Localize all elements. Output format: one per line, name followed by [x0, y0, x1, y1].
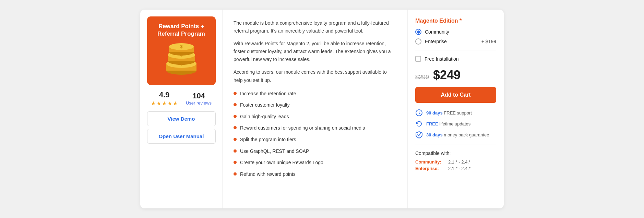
divider-1	[415, 50, 496, 50]
feature-list: Increase the retention rateFoster custom…	[234, 90, 396, 178]
star-3: ★	[162, 100, 167, 107]
compat-value: 2.1.* - 2.4.*	[448, 159, 470, 165]
bullet	[234, 172, 237, 175]
radio-enterprise-label: Enterprise	[425, 39, 478, 44]
rating-block: 4.9 ★ ★ ★ ★ ★	[151, 90, 178, 107]
radio-community-label: Community	[425, 29, 496, 35]
feature-item: Use GraphQL, REST and SOAP	[234, 148, 396, 155]
rating-value: 4.9	[151, 90, 178, 99]
perk-updates: FREE lifetime updates	[415, 120, 496, 128]
radio-community-circle	[415, 29, 421, 35]
feature-item: Gain high-quality leads	[234, 113, 396, 120]
clock-icon	[415, 109, 423, 117]
star-2: ★	[156, 100, 161, 107]
free-installation-label: Free Installation	[425, 56, 459, 62]
feature-item: Split the program into tiers	[234, 136, 396, 143]
svg-text:$: $	[180, 52, 182, 57]
radio-enterprise-circle	[415, 38, 421, 45]
compat-label: Community:	[415, 159, 446, 165]
bullet	[234, 138, 237, 141]
bullet	[234, 103, 237, 106]
reviews-label[interactable]: User reviews	[186, 100, 212, 106]
coin-illustration: $ $ $	[161, 40, 202, 76]
description-para-3: According to users, our module comes wit…	[234, 68, 396, 84]
radio-community[interactable]: Community	[415, 29, 496, 35]
svg-text:$: $	[180, 61, 182, 66]
right-panel: Magento Edition * Community Enterprise +…	[408, 10, 504, 208]
svg-text:$: $	[180, 44, 182, 49]
bullet	[234, 115, 237, 118]
product-image-box: Reward Points + Referral Program	[147, 16, 216, 85]
perk-updates-label: FREE	[426, 121, 438, 126]
refresh-icon	[415, 120, 423, 128]
new-price: $249	[433, 68, 461, 82]
perk-guarantee-days: 30 days	[426, 132, 443, 137]
radio-enterprise[interactable]: Enterprise + $199	[415, 38, 496, 45]
price-row: $299 $249	[415, 68, 496, 82]
compat-label: Enterprise:	[415, 166, 446, 171]
stars: ★ ★ ★ ★ ★	[151, 100, 178, 107]
product-title: Reward Points + Referral Program	[152, 23, 211, 38]
rating-section: 4.9 ★ ★ ★ ★ ★ 104 User reviews	[147, 90, 215, 107]
feature-item: Reward customers for spending or sharing…	[234, 125, 396, 132]
free-installation-checkbox[interactable]	[415, 56, 421, 62]
compat-rows: Community:2.1.* - 2.4.*Enterprise:2.1.* …	[415, 159, 496, 171]
reviews-block: 104 User reviews	[186, 92, 212, 106]
bullet	[234, 92, 237, 95]
old-price: $299	[415, 74, 429, 81]
reviews-number: 104	[186, 92, 212, 100]
compat-value: 2.1.* - 2.4.*	[448, 166, 470, 171]
perk-guarantee: 30 days money back guarantee	[415, 131, 496, 138]
feature-item: Create your own unique Rewards Logo	[234, 159, 396, 166]
view-demo-button[interactable]: View Demo	[147, 111, 216, 126]
radio-enterprise-price: + $199	[481, 39, 496, 44]
middle-panel: The module is both a comprehensive loyal…	[223, 10, 408, 208]
bullet	[234, 161, 237, 164]
star-4: ★	[167, 100, 172, 107]
compatible-title: Compatible with:	[415, 150, 496, 156]
compatible-section: Compatible with: Community:2.1.* - 2.4.*…	[415, 145, 496, 171]
description-para-1: The module is both a comprehensive loyal…	[234, 19, 396, 35]
bullet	[234, 149, 237, 153]
perk-support-days: 90 days	[426, 110, 443, 116]
feature-item: Foster customer loyalty	[234, 102, 396, 109]
open-user-manual-button[interactable]: Open User Manual	[147, 129, 216, 144]
free-installation-row[interactable]: Free Installation	[415, 56, 496, 62]
bullet	[234, 126, 237, 129]
star-1: ★	[151, 100, 156, 107]
compat-row: Enterprise:2.1.* - 2.4.*	[415, 166, 496, 171]
product-card: Reward Points + Referral Program	[140, 10, 504, 208]
add-to-cart-button[interactable]: Add to Cart	[415, 87, 496, 103]
compat-row: Community:2.1.* - 2.4.*	[415, 159, 496, 165]
left-panel: Reward Points + Referral Program	[140, 10, 223, 208]
perks-list: 90 days FREE support FREE lifetime updat…	[415, 109, 496, 138]
star-5: ★	[173, 100, 178, 107]
description-para-2: With Rewards Points for Magento 2, you'l…	[234, 40, 396, 63]
edition-title: Magento Edition *	[415, 18, 496, 24]
feature-item: Refund with reward points	[234, 171, 396, 178]
shield-icon	[415, 131, 423, 138]
perk-support: 90 days FREE support	[415, 109, 496, 117]
feature-item: Increase the retention rate	[234, 90, 396, 97]
